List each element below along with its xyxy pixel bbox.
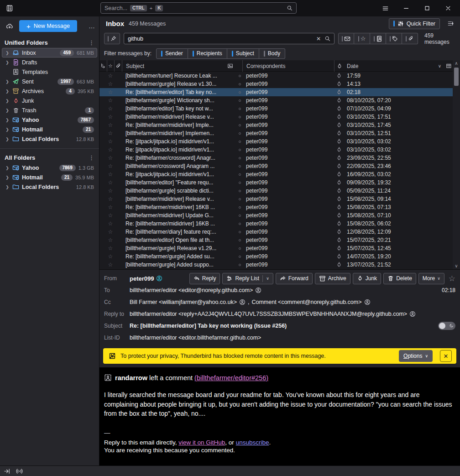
message-row[interactable]: ☆ [billthefarmer/gurgle] Release v1.30..… bbox=[99, 80, 453, 88]
read-status-dot[interactable] bbox=[239, 256, 241, 258]
junk-toggle-icon[interactable] bbox=[334, 262, 344, 268]
message-row[interactable]: ☆ [billthefarmer/gurgle] scrabble dicti.… bbox=[99, 187, 453, 195]
message-row[interactable]: ☆ [billthefarmer/mididriver] Release v..… bbox=[99, 113, 453, 121]
folder-item-inbox[interactable]: ❯ Inbox 459 681 MB bbox=[2, 48, 97, 58]
read-status-dot[interactable] bbox=[239, 247, 241, 250]
chevron-right-icon[interactable]: ❯ bbox=[5, 51, 10, 55]
message-row[interactable]: ☆ Re: [billthefarmer/editor] Tab key no.… bbox=[99, 88, 453, 96]
read-status-dot[interactable] bbox=[239, 108, 241, 110]
contact-icon[interactable] bbox=[364, 299, 371, 305]
read-status-dot[interactable] bbox=[239, 214, 241, 217]
scrollbar-thumb[interactable] bbox=[454, 68, 459, 86]
read-status-dot[interactable] bbox=[239, 173, 241, 176]
folder-item-sent[interactable]: ❯ Sent 1997 663 MB bbox=[2, 77, 97, 86]
chevron-right-icon[interactable]: ❯ bbox=[5, 166, 10, 170]
message-row[interactable]: ☆ Re: [jitpack/jitpack.io] mididriver/v1… bbox=[99, 170, 453, 178]
star-icon[interactable]: ☆ bbox=[107, 253, 114, 260]
banner-options-button[interactable]: Options ∨ bbox=[399, 350, 433, 362]
unified-folders-menu-button[interactable]: ⋮ bbox=[89, 39, 94, 46]
message-row[interactable]: ☆ [billthefarmer/tuner] Resource Leak ..… bbox=[99, 72, 453, 80]
message-row[interactable]: ☆ Re: [billthefarmer/crossword] Anagr...… bbox=[99, 154, 453, 162]
star-icon[interactable]: ☆ bbox=[107, 130, 114, 136]
read-status-dot[interactable] bbox=[239, 190, 241, 192]
star-icon[interactable]: ☆ bbox=[107, 179, 114, 186]
message-row[interactable]: ☆ [billthefarmer/editor] Tab key not w..… bbox=[99, 105, 453, 113]
app-menu-button[interactable] bbox=[378, 2, 392, 15]
folder-item-yahoo[interactable]: ❯ Yahoo 7867 bbox=[2, 115, 97, 125]
contact-icon[interactable] bbox=[156, 275, 162, 282]
message-row[interactable]: ☆ [billthefarmer/crossword] Anagram ... … bbox=[99, 162, 453, 170]
junk-toggle-icon[interactable] bbox=[334, 73, 344, 79]
message-row[interactable]: ☆ Re: [jitpack/jitpack.io] mididriver/v1… bbox=[99, 137, 453, 146]
message-row[interactable]: ☆ Re: [billthefarmer/gurgle] Added su...… bbox=[99, 252, 453, 261]
star-icon[interactable]: ☆ bbox=[107, 73, 114, 79]
junk-toggle-icon[interactable] bbox=[334, 114, 344, 120]
read-status-dot[interactable] bbox=[239, 83, 241, 85]
chevron-right-icon[interactable]: ❯ bbox=[5, 127, 10, 132]
junk-column-button[interactable] bbox=[334, 60, 344, 72]
read-status-dot[interactable] bbox=[239, 198, 241, 200]
contact-icon[interactable] bbox=[239, 299, 246, 305]
read-status-dot[interactable] bbox=[239, 99, 241, 102]
star-icon[interactable]: ☆ bbox=[107, 196, 114, 202]
close-button[interactable] bbox=[441, 2, 455, 15]
forward-button[interactable]: Forward bbox=[276, 273, 313, 284]
filter-starred-button[interactable]: ☆ bbox=[354, 33, 370, 44]
junk-button[interactable]: Junk bbox=[353, 273, 381, 284]
chevron-right-icon[interactable]: ❯ bbox=[5, 79, 10, 84]
junk-toggle-icon[interactable] bbox=[334, 237, 344, 243]
sort-direction-icon[interactable]: ∨ bbox=[438, 63, 441, 68]
junk-toggle-icon[interactable] bbox=[334, 155, 344, 161]
message-row[interactable]: ☆ Re: [billthefarmer/diary] feature req:… bbox=[99, 228, 453, 236]
message-row[interactable]: ☆ [billthefarmer/gurgle] Wictionary sh..… bbox=[99, 96, 453, 105]
view-on-github-link[interactable]: view it on GitHub bbox=[178, 439, 225, 446]
more-button[interactable]: More∨ bbox=[418, 273, 444, 284]
goto-icon[interactable] bbox=[4, 468, 10, 475]
read-status-dot[interactable] bbox=[239, 124, 241, 126]
global-search-bar[interactable]: Search... CTRL + K bbox=[100, 2, 297, 14]
junk-toggle-icon[interactable] bbox=[334, 89, 344, 95]
junk-toggle-icon[interactable] bbox=[334, 81, 344, 87]
read-status-dot[interactable] bbox=[239, 182, 241, 184]
junk-toggle-icon[interactable] bbox=[334, 196, 344, 202]
message-row[interactable]: ☆ Re: [jitpack/jitpack.io] mididriver/v1… bbox=[99, 146, 453, 154]
replyto-value[interactable]: billthefarmer/editor <reply+AA2J4QWVLL4Q… bbox=[130, 311, 407, 317]
star-icon[interactable]: ☆ bbox=[107, 163, 114, 169]
junk-toggle-icon[interactable] bbox=[334, 105, 344, 112]
chevron-right-icon[interactable]: ❯ bbox=[5, 99, 10, 103]
date-column-button[interactable]: Date ∨ bbox=[344, 60, 453, 72]
filter-by-body-button[interactable]: Body bbox=[259, 48, 285, 59]
star-icon[interactable]: ☆ bbox=[107, 146, 114, 153]
column-picker-icon[interactable] bbox=[446, 63, 452, 69]
clear-search-icon[interactable]: ✕ bbox=[316, 36, 321, 42]
quick-filter-search-input[interactable]: github ✕ bbox=[124, 33, 335, 44]
folder-pane-options-button[interactable]: … bbox=[89, 22, 95, 30]
get-messages-button[interactable] bbox=[4, 21, 16, 31]
star-icon[interactable]: ☆ bbox=[107, 89, 114, 95]
all-folders-menu-button[interactable]: ⋮ bbox=[89, 154, 94, 161]
chevron-right-icon[interactable]: ❯ bbox=[5, 89, 10, 94]
filter-tags-button[interactable] bbox=[386, 33, 402, 44]
to-value[interactable]: billthefarmer/editor <editor@noreply.git… bbox=[130, 287, 253, 293]
scroll-down-icon[interactable]: ∨ bbox=[455, 263, 458, 269]
star-message-button[interactable]: ☆ bbox=[449, 274, 455, 283]
contact-icon[interactable] bbox=[409, 311, 416, 317]
junk-toggle-icon[interactable] bbox=[334, 253, 344, 260]
junk-toggle-icon[interactable] bbox=[334, 130, 344, 136]
junk-toggle-icon[interactable] bbox=[334, 163, 344, 169]
star-icon[interactable]: ☆ bbox=[107, 97, 114, 104]
message-row[interactable]: ☆ [billthefarmer/editor] "Feature requ..… bbox=[99, 178, 453, 187]
message-row[interactable]: ☆ Re: [billthefarmer/mididriver] 16KB ..… bbox=[99, 220, 453, 228]
subject-column-button[interactable]: Subject bbox=[122, 60, 237, 72]
message-row[interactable]: ☆ Re: [billthefarmer/mididriver] Imple..… bbox=[99, 121, 453, 129]
quick-filter-toggle-button[interactable]: Quick Filter bbox=[389, 18, 440, 29]
junk-toggle-icon[interactable] bbox=[334, 188, 344, 194]
junk-toggle-icon[interactable] bbox=[334, 179, 344, 186]
star-icon[interactable]: ☆ bbox=[107, 122, 114, 128]
read-status-dot[interactable] bbox=[239, 91, 241, 94]
reply-list-button[interactable]: Reply List∨ bbox=[222, 273, 273, 284]
dark-mode-toggle[interactable] bbox=[438, 322, 455, 330]
junk-toggle-icon[interactable] bbox=[334, 97, 344, 104]
junk-toggle-icon[interactable] bbox=[334, 212, 344, 219]
chevron-right-icon[interactable]: ❯ bbox=[5, 137, 10, 141]
